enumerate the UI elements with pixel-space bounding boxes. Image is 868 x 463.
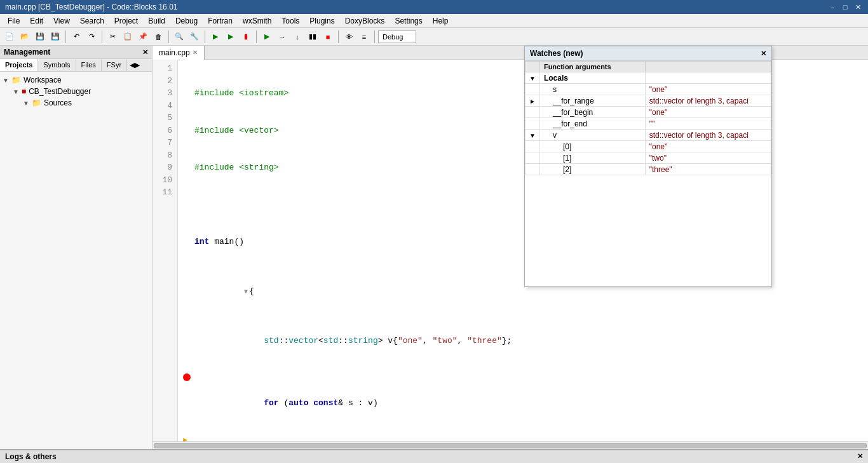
- find-button[interactable]: 🔍: [172, 30, 186, 44]
- menu-build[interactable]: Build: [143, 15, 170, 27]
- sep6: [338, 30, 339, 43]
- debug-stop-button[interactable]: ■: [321, 30, 335, 44]
- debug-stack-button[interactable]: ≡: [357, 30, 371, 44]
- copy-button[interactable]: 📋: [121, 30, 135, 44]
- tab-fsyr[interactable]: FSyr: [102, 59, 127, 71]
- menu-wxsmith[interactable]: wxSmith: [238, 15, 276, 27]
- menu-project[interactable]: Project: [109, 15, 143, 27]
- sep3: [168, 30, 169, 43]
- delete-button[interactable]: 🗑: [151, 30, 165, 44]
- sources-expand-icon: ▼: [23, 100, 29, 107]
- tree-project[interactable]: ▼ ■ CB_TestDebugger: [3, 86, 149, 97]
- arrow-icon: ►: [183, 435, 187, 441]
- menu-fortran[interactable]: Fortran: [203, 15, 238, 27]
- debug-step-button[interactable]: →: [275, 30, 289, 44]
- col-value-header: [645, 62, 771, 72]
- horizontal-scrollbar[interactable]: [153, 441, 868, 449]
- management-header: Management ✕: [0, 46, 152, 59]
- tab-files[interactable]: Files: [76, 59, 102, 71]
- menu-settings[interactable]: Settings: [390, 15, 427, 27]
- minimize-button[interactable]: –: [827, 2, 837, 12]
- menu-doxyblocks[interactable]: DoxyBlocks: [340, 15, 390, 27]
- watches-row-v: ▼ v std::vector of length 3, capaci: [526, 130, 771, 141]
- menu-debug[interactable]: Debug: [170, 15, 203, 27]
- watches-row-v1: [1] "two": [526, 152, 771, 164]
- debug-config-label[interactable]: Debug: [378, 30, 416, 43]
- titlebar: main.cpp [CB_TestDebugger] - Code::Block…: [0, 0, 868, 14]
- build-button[interactable]: ▶: [208, 30, 222, 44]
- scrollbar-thumb[interactable]: [154, 443, 867, 448]
- menubar: File Edit View Search Project Build Debu…: [0, 14, 868, 28]
- sep7: [374, 30, 375, 43]
- debug-next-button[interactable]: ↓: [290, 30, 304, 44]
- stop-button[interactable]: ▮: [239, 30, 253, 44]
- toolbar: 📄 📂 💾 💾 ↶ ↷ ✂ 📋 📌 🗑 🔍 🔧 ▶ ▶ ▮ ▶ → ↓ ▮▮ ■…: [0, 28, 868, 46]
- open-button[interactable]: 📂: [18, 30, 32, 44]
- menu-plugins[interactable]: Plugins: [304, 15, 339, 27]
- menu-search[interactable]: Search: [75, 15, 109, 27]
- watches-row-v2: [2] "three": [526, 164, 771, 175]
- code-line-7: std::vector<std::string> v{"one", "two",…: [183, 323, 863, 347]
- watches-row-v0: [0] "one": [526, 141, 771, 152]
- tree-sources[interactable]: ▼ 📁 Sources: [3, 97, 149, 109]
- sep4: [205, 30, 205, 43]
- logs-header: Logs & others ✕: [0, 450, 868, 463]
- sep1: [65, 30, 66, 43]
- debug-pause-button[interactable]: ▮▮: [306, 30, 320, 44]
- debug-watches-button[interactable]: 👁: [342, 30, 356, 44]
- logs-close-icon[interactable]: ✕: [857, 452, 863, 461]
- management-close-icon[interactable]: ✕: [142, 48, 148, 57]
- sep2: [102, 30, 102, 43]
- menu-file[interactable]: File: [3, 15, 25, 27]
- breakpoint-icon: [183, 373, 191, 381]
- line-numbers: 1 2 3 4 5 6 7 8 9 10 11: [153, 60, 178, 441]
- editor-tab-close-icon[interactable]: ✕: [193, 49, 198, 56]
- watches-panel: Watches (new) ✕ Function arguments ▼ Loc…: [524, 46, 772, 287]
- watches-row-locals: ▼ Locals: [526, 72, 771, 84]
- save-button[interactable]: 💾: [33, 30, 47, 44]
- tab-symbols[interactable]: Symbols: [38, 59, 76, 71]
- editor-tab-main[interactable]: main.cpp ✕: [153, 46, 205, 60]
- menu-edit[interactable]: Edit: [25, 15, 48, 27]
- replace-button[interactable]: 🔧: [187, 30, 201, 44]
- tab-projects[interactable]: Projects: [0, 59, 38, 71]
- menu-tools[interactable]: Tools: [276, 15, 304, 27]
- logs-area: Logs & others ✕ ■ Code::Blocks ✕ ■ Build…: [0, 449, 868, 463]
- cut-button[interactable]: ✂: [105, 30, 119, 44]
- code-line-9: ► std::cout << s << "\n";: [183, 434, 863, 441]
- management-panel: Management ✕ Projects Symbols Files FSyr…: [0, 46, 153, 449]
- redo-button[interactable]: ↷: [85, 30, 98, 44]
- project-expand-icon: ▼: [13, 88, 19, 95]
- debug-start-button[interactable]: ▶: [260, 30, 274, 44]
- menu-view[interactable]: View: [48, 15, 75, 27]
- run-button[interactable]: ▶: [224, 30, 238, 44]
- management-tabs: Projects Symbols Files FSyr ◀▶: [0, 59, 152, 72]
- project-tree: ▼ 📁 Workspace ▼ ■ CB_TestDebugger ▼ 📁 So…: [0, 72, 152, 449]
- tree-workspace[interactable]: ▼ 📁 Workspace: [3, 74, 149, 86]
- watches-table: Function arguments ▼ Locals s "one": [525, 61, 771, 286]
- code-line-8: for (auto const& s : v): [183, 372, 863, 410]
- titlebar-title: main.cpp [CB_TestDebugger] - Code::Block…: [5, 3, 177, 11]
- workspace-expand-icon: ▼: [3, 77, 9, 84]
- sep5: [256, 30, 257, 43]
- watches-row-for-range: ► __for_range std::vector of length 3, c…: [526, 95, 771, 107]
- save-all-button[interactable]: 💾: [48, 30, 62, 44]
- col-expand: [526, 62, 540, 72]
- mgmt-tabs-nav[interactable]: ◀▶: [127, 59, 142, 71]
- watches-close-icon[interactable]: ✕: [761, 50, 766, 58]
- new-button[interactable]: 📄: [3, 30, 17, 44]
- close-button[interactable]: ✕: [853, 2, 863, 12]
- maximize-button[interactable]: □: [840, 2, 850, 12]
- watches-row-for-begin: __for_begin "one": [526, 107, 771, 118]
- col-name-header: Function arguments: [539, 62, 645, 72]
- watches-header: Watches (new) ✕: [525, 46, 771, 61]
- undo-button[interactable]: ↶: [69, 30, 83, 44]
- menu-help[interactable]: Help: [428, 15, 454, 27]
- paste-button[interactable]: 📌: [136, 30, 150, 44]
- watches-row-for-end: __for_end "": [526, 118, 771, 130]
- watches-row-s: s "one": [526, 84, 771, 95]
